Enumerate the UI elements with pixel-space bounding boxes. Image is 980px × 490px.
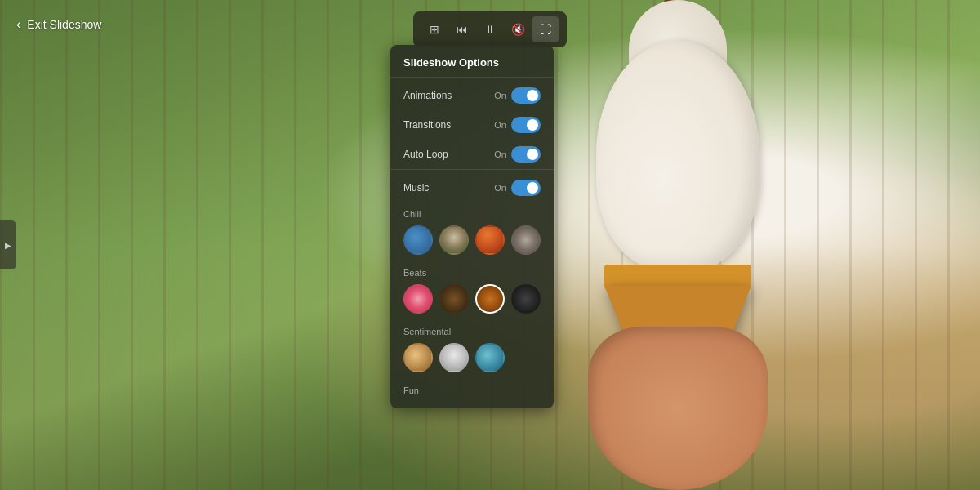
panel-title: Slideshow Options <box>390 45 554 77</box>
scroll-arrow-icon: ▶ <box>5 241 11 250</box>
beats-2-button[interactable] <box>439 284 469 314</box>
chill-4-button[interactable] <box>511 225 541 255</box>
back-chevron-icon: ‹ <box>16 17 20 32</box>
beats-section-header: Beats <box>390 261 554 281</box>
sentimental-3-button[interactable] <box>475 343 505 372</box>
sentimental-1-button[interactable] <box>403 343 433 372</box>
previous-button[interactable]: ⏮ <box>449 16 475 42</box>
pause-button[interactable]: ⏸ <box>477 16 503 42</box>
animations-state: On <box>494 91 506 100</box>
auto-loop-label: Auto Loop <box>403 149 448 160</box>
mute-icon: 🔇 <box>511 23 525 36</box>
music-option-row: Music On <box>390 173 554 203</box>
beats-4-button[interactable] <box>511 284 541 314</box>
auto-loop-toggle[interactable] <box>511 146 541 163</box>
music-state: On <box>494 183 506 193</box>
chill-music-circles <box>390 222 554 261</box>
previous-icon: ⏮ <box>457 23 468 36</box>
transitions-label: Transitions <box>403 119 451 131</box>
panel-divider <box>390 77 554 78</box>
music-toggle-group: On <box>494 180 541 196</box>
sentimental-2-button[interactable] <box>439 343 469 372</box>
panel-divider-2 <box>390 169 554 170</box>
sentimental-section-header: Sentimental <box>390 320 554 340</box>
exit-label: Exit Slideshow <box>27 18 101 31</box>
settings-icon: ⊞ <box>430 23 439 36</box>
top-toolbar: ‹ Exit Slideshow ⊞ ⏮ ⏸ 🔇 ⛶ <box>0 0 980 49</box>
fullscreen-button[interactable]: ⛶ <box>532 16 559 42</box>
music-label: Music <box>403 182 429 194</box>
slideshow-options-panel: Slideshow Options Animations On Transiti… <box>390 45 554 408</box>
animations-toggle-group: On <box>494 87 541 104</box>
animations-toggle[interactable] <box>511 87 541 104</box>
beats-1-button[interactable] <box>403 284 433 314</box>
sentimental-music-circles <box>390 340 554 379</box>
beats-3-button[interactable] <box>475 284 505 314</box>
animations-option-row: Animations On <box>390 81 554 110</box>
auto-loop-option-row: Auto Loop On <box>390 140 554 169</box>
transitions-toggle[interactable] <box>511 117 541 133</box>
transitions-option-row: Transitions On <box>390 110 554 140</box>
chill-3-button[interactable] <box>475 225 505 255</box>
auto-loop-state: On <box>494 149 506 159</box>
chill-section-header: Chill <box>390 203 554 222</box>
animations-label: Animations <box>403 90 452 101</box>
exit-slideshow-button[interactable]: ‹ Exit Slideshow <box>16 17 101 32</box>
pause-icon: ⏸ <box>484 23 496 36</box>
chill-2-button[interactable] <box>439 225 469 255</box>
music-toggle[interactable] <box>511 180 541 196</box>
scroll-indicator[interactable]: ▶ <box>0 220 16 270</box>
slideshow-controls: ⊞ ⏮ ⏸ 🔇 ⛶ <box>413 11 567 47</box>
settings-button[interactable]: ⊞ <box>421 16 448 42</box>
chill-1-button[interactable] <box>403 225 433 255</box>
auto-loop-toggle-group: On <box>494 146 541 163</box>
transitions-state: On <box>494 120 506 130</box>
fullscreen-icon: ⛶ <box>540 23 551 36</box>
fun-section-header: Fun <box>390 379 554 399</box>
mute-button[interactable]: 🔇 <box>505 16 531 42</box>
transitions-toggle-group: On <box>494 117 541 133</box>
beats-music-circles <box>390 281 554 320</box>
